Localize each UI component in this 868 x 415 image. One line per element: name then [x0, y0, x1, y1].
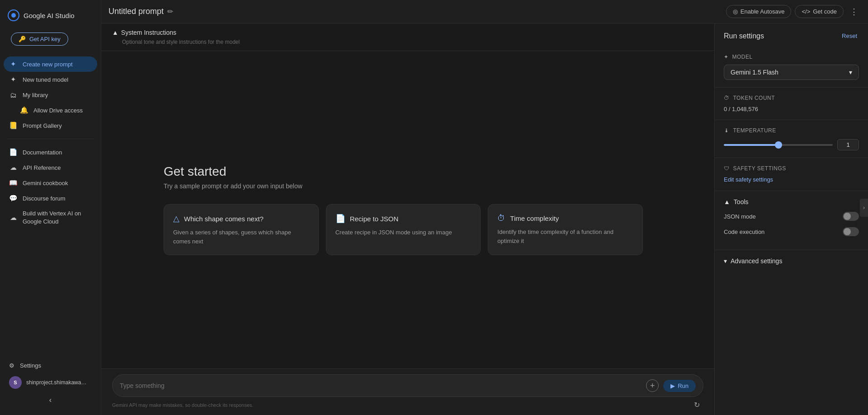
json-mode-toggle[interactable]: [843, 212, 859, 221]
sample-card-header-shape: △ Which shape comes next?: [173, 214, 309, 224]
temperature-slider[interactable]: [724, 144, 833, 146]
sidebar-item-new-tuned-model[interactable]: ✦ New tuned model: [4, 72, 97, 87]
more-options-button[interactable]: ⋮: [847, 4, 861, 19]
right-expand-button[interactable]: ›: [860, 199, 868, 217]
get-code-button[interactable]: </> Get code: [795, 5, 844, 18]
svg-point-1: [11, 13, 16, 18]
get-started-subtitle: Try a sample prompt or add your own inpu…: [164, 182, 302, 190]
sidebar-item-prompt-gallery[interactable]: 📒 Prompt Gallery: [4, 118, 97, 133]
tools-header[interactable]: ▲ Tools: [724, 198, 859, 205]
sidebar-item-user[interactable]: S shinproject.shimakawa@gm...: [4, 373, 97, 392]
forum-icon: 💬: [9, 194, 17, 202]
model-value: Gemini 1.5 Flash: [731, 69, 778, 76]
sidebar-item-label-library: My library: [23, 92, 48, 98]
tools-header-label: ▲ Tools: [724, 198, 749, 205]
token-count-label-text: Token Count: [733, 95, 775, 101]
run-button[interactable]: ▶ Run: [663, 380, 696, 392]
get-api-key-button[interactable]: 🔑 Get API key: [11, 33, 68, 46]
model-section: ✦ Model Gemini 1.5 Flash ▾: [715, 48, 868, 85]
panel-divider-1: [715, 87, 868, 88]
recipe-card-desc: Create recipe in JSON mode using an imag…: [335, 228, 472, 237]
collapse-sidebar-button[interactable]: ‹: [4, 392, 97, 408]
settings-label: Settings: [20, 362, 41, 369]
enable-autosave-button[interactable]: ◎ Enable Autosave: [726, 5, 792, 18]
plus-icon: +: [650, 381, 655, 391]
prompt-area: ▲ System Instructions Optional tone and …: [101, 23, 714, 415]
refresh-button[interactable]: ↻: [690, 398, 703, 411]
sample-card-shape[interactable]: △ Which shape comes next? Given a series…: [164, 204, 319, 255]
model-icon: ✦: [724, 54, 729, 60]
input-disclaimer: Gemini API may make mistakes, so double-…: [112, 400, 253, 410]
sample-card-header-recipe: 📄 Recipe to JSON: [335, 214, 472, 224]
advanced-header[interactable]: ▾ Advanced settings: [724, 257, 859, 265]
shape-card-desc: Given a series of shapes, guess which sh…: [173, 228, 309, 246]
create-prompt-icon: ✦: [9, 60, 17, 68]
temperature-label: 🌡 Temperature: [724, 127, 859, 134]
sidebar-item-documentation[interactable]: 📄 Documentation: [4, 145, 97, 160]
sidebar-item-api-reference[interactable]: ☁ API Reference: [4, 160, 97, 175]
sidebar-item-label-cookbook: Gemini cookbook: [23, 180, 68, 187]
tools-label-text: Tools: [734, 198, 749, 205]
sidebar-item-settings[interactable]: ⚙ Settings: [4, 359, 97, 373]
model-select[interactable]: Gemini 1.5 Flash ▾: [724, 65, 859, 80]
google-ai-studio-logo-icon: [7, 9, 20, 22]
system-instructions-toggle[interactable]: ▲ System Instructions: [112, 29, 703, 36]
code-icon: </>: [802, 8, 810, 15]
temperature-label-text: Temperature: [733, 127, 776, 134]
shape-card-icon: △: [173, 214, 179, 224]
safety-label-text: Safety settings: [733, 165, 786, 172]
token-count-label: ⏱ Token Count: [724, 95, 859, 101]
code-execution-row: Code execution: [724, 227, 859, 236]
library-icon: 🗂: [9, 91, 17, 99]
get-started-section: Get started Try a sample prompt or add y…: [101, 51, 714, 368]
sidebar-item-gemini-cookbook[interactable]: 📖 Gemini cookbook: [4, 175, 97, 191]
sample-card-recipe[interactable]: 📄 Recipe to JSON Create recipe in JSON m…: [326, 204, 481, 255]
sidebar-item-label-docs: Documentation: [23, 149, 62, 156]
run-label: Run: [678, 382, 689, 389]
run-icon: ▶: [670, 382, 675, 389]
input-box: + ▶ Run: [112, 374, 703, 397]
time-card-icon: ⏱: [497, 214, 505, 223]
refresh-icon: ↻: [694, 401, 700, 409]
sample-card-time-complexity[interactable]: ⏱ Time complexity Identify the time comp…: [488, 204, 643, 255]
token-icon: ⏱: [724, 95, 730, 101]
json-mode-row: JSON mode: [724, 212, 859, 221]
add-media-button[interactable]: +: [646, 379, 659, 392]
time-card-title: Time complexity: [510, 214, 559, 222]
input-area: + ▶ Run Gemini API may make mistakes, so…: [101, 368, 714, 415]
sidebar-item-allow-drive[interactable]: 🔔 Allow Drive access: [4, 103, 97, 118]
app-name: Google AI Studio: [24, 12, 75, 19]
sidebar: Google AI Studio 🔑 Get API key ✦ Create …: [0, 0, 101, 415]
right-panel: Run settings Reset ✦ Model Gemini 1.5 Fl…: [714, 23, 868, 415]
token-count-section: ⏱ Token Count 0 / 1,048,576: [715, 89, 868, 118]
sidebar-item-label-tuned: New tuned model: [23, 76, 68, 83]
sidebar-item-label-drive: Allow Drive access: [33, 107, 83, 114]
token-count-value: 0 / 1,048,576: [724, 106, 859, 112]
code-execution-toggle[interactable]: [843, 227, 859, 236]
temperature-section: 🌡 Temperature 1: [715, 122, 868, 156]
autosave-label: Enable Autosave: [741, 8, 785, 15]
shape-card-title: Which shape comes next?: [184, 215, 264, 223]
advanced-header-label: ▾ Advanced settings: [724, 257, 782, 265]
sidebar-item-create-new-prompt[interactable]: ✦ Create new prompt: [4, 56, 97, 72]
prompt-input[interactable]: [120, 382, 642, 389]
docs-icon: 📄: [9, 148, 17, 156]
avatar: S: [9, 376, 22, 389]
gallery-icon: 📒: [9, 121, 17, 130]
right-arrow-icon: ›: [863, 205, 865, 211]
reset-button[interactable]: Reset: [840, 31, 859, 41]
sidebar-item-label-create: Create new prompt: [23, 61, 73, 68]
sample-card-header-time: ⏱ Time complexity: [497, 214, 633, 223]
sample-cards: △ Which shape comes next? Given a series…: [164, 204, 643, 255]
sidebar-item-my-library[interactable]: 🗂 My library: [4, 87, 97, 103]
sidebar-divider: [7, 139, 94, 139]
advanced-label-text: Advanced settings: [731, 257, 782, 265]
model-label-text: Model: [732, 54, 753, 60]
user-email: shinproject.shimakawa@gm...: [26, 379, 92, 386]
edit-safety-link[interactable]: Edit safety settings: [724, 176, 773, 183]
sidebar-item-build-vertex[interactable]: ☁ Build with Vertex AI on Google Cloud: [4, 206, 97, 229]
temperature-value-input[interactable]: 1: [837, 139, 859, 150]
edit-title-icon[interactable]: ✏: [167, 7, 173, 16]
sidebar-footer: ⚙ Settings S shinproject.shimakawa@gm...…: [0, 355, 101, 411]
sidebar-item-discourse-forum[interactable]: 💬 Discourse forum: [4, 191, 97, 206]
